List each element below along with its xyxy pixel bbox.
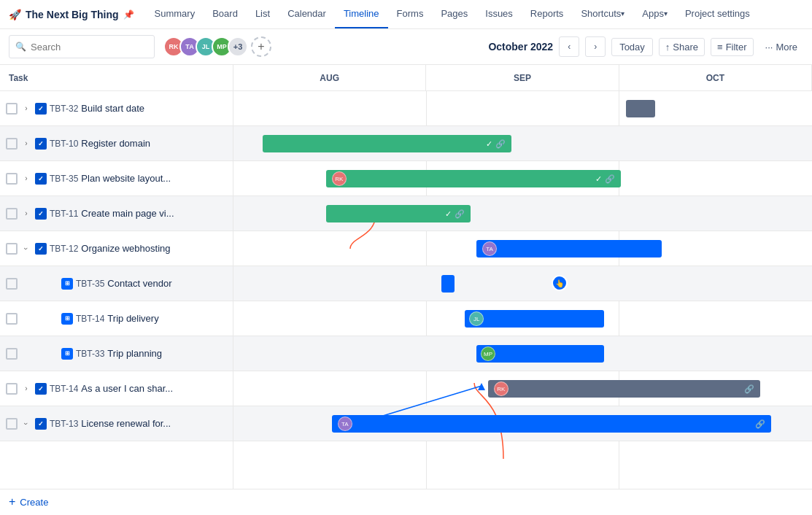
task-name: Register domain [81, 138, 150, 149]
create-row[interactable]: + Create [0, 489, 812, 514]
row-checkbox[interactable] [6, 138, 18, 150]
timeline-header: Task AUG SEP OCT [0, 65, 812, 91]
task-icon-story: ✓ [35, 243, 47, 255]
search-box[interactable]: 🔍 [9, 35, 155, 58]
app-logo[interactable]: 🚀 The Next Big Thing 📌 [9, 9, 134, 20]
today-button[interactable]: Today [611, 38, 653, 56]
avatar-count: +3 [228, 36, 248, 57]
bar-check-icon: ✓ [595, 174, 602, 184]
prev-month-button[interactable]: ‹ [559, 36, 579, 57]
bar-check-icon: ✓ [486, 139, 492, 149]
gantt-bar-share[interactable]: RK 🔗 [488, 380, 760, 398]
expand-button[interactable]: › [20, 418, 32, 430]
assignee-avatars: RK TA JL MP +3 + [163, 36, 271, 57]
gantt-bar-trip-delivery[interactable]: JL [465, 310, 603, 328]
tab-calendar[interactable]: Calendar [279, 0, 335, 28]
tab-board[interactable]: Board [204, 0, 247, 28]
row-checkbox[interactable] [6, 173, 18, 185]
expand-button[interactable]: › [20, 103, 32, 115]
task-id: TBT-32 [50, 104, 78, 114]
tab-reports[interactable]: Reports [522, 0, 573, 28]
task-row: › ✓ TBT-11 Create main page vi... [0, 196, 233, 231]
create-label: Create [20, 497, 48, 508]
task-row: › ✓ TBT-32 Build start date [0, 91, 233, 126]
bar-avatar: RK [332, 171, 347, 186]
timeline-container: Task AUG SEP OCT › ✓ TBT-32 Build start … [0, 65, 812, 514]
expand-button[interactable]: › [20, 138, 32, 150]
tab-apps[interactable]: Apps [633, 0, 676, 28]
gantt-bar-plan-layout[interactable]: RK ✓ 🔗 [326, 170, 621, 187]
bar-avatar: MP [481, 346, 495, 361]
connector-line [376, 386, 482, 418]
toolbar: 🔍 RK TA JL MP +3 + October 2022 ‹ › Toda… [0, 29, 812, 65]
task-icon-story: ✓ [35, 138, 47, 150]
task-name: License renewal for... [81, 418, 171, 429]
gantt-bar-organize-webhosting[interactable]: TA [476, 240, 662, 258]
task-name: Trip planning [107, 348, 162, 359]
arrow-head [478, 383, 485, 390]
task-icon-subtask: ⊞ [61, 313, 73, 325]
gantt-bar-license[interactable]: TA 🔗 [332, 415, 772, 433]
row-checkbox[interactable] [6, 348, 18, 360]
search-input[interactable] [31, 42, 148, 53]
task-id: TBT-35 [76, 279, 104, 289]
task-row: › ✓ TBT-35 Plan website layout... [0, 161, 233, 196]
tab-summary[interactable]: Summary [146, 0, 204, 28]
top-bar: 🚀 The Next Big Thing 📌 Summary Board Lis… [0, 0, 812, 29]
task-rows-container: › ✓ TBT-32 Build start date › ✓ TBT-10 R… [0, 91, 812, 489]
pin-icon: 📌 [123, 9, 134, 20]
date-label: October 2022 [488, 41, 553, 53]
bar-link-icon: 🔗 [455, 209, 465, 219]
next-month-button[interactable]: › [585, 36, 606, 57]
logo-icon: 🚀 [9, 9, 21, 20]
tab-shortcuts[interactable]: Shortcuts [572, 0, 633, 28]
gantt-bar-create-main[interactable]: ✓ 🔗 [326, 205, 471, 222]
tab-forms[interactable]: Forms [388, 0, 433, 28]
gantt-bar-register-domain[interactable]: ✓ 🔗 [263, 135, 511, 152]
task-name: Create main page vi... [81, 208, 174, 219]
gantt-bar-contact-vendor[interactable] [441, 275, 455, 293]
month-aug: AUG [233, 65, 426, 90]
task-id: TBT-10 [50, 139, 78, 149]
row-checkbox[interactable] [6, 418, 18, 430]
expand-button[interactable]: › [20, 173, 32, 185]
task-id: TBT-33 [76, 349, 104, 359]
month-oct: OCT [619, 65, 812, 90]
task-icon-story: ✓ [35, 418, 47, 430]
gantt-bar-trip-planning[interactable]: MP [476, 345, 603, 363]
bar-avatar: TA [482, 241, 497, 256]
task-icon-story: ✓ [35, 103, 47, 115]
more-icon: ··· [765, 42, 773, 53]
row-checkbox[interactable] [6, 208, 18, 220]
row-checkbox[interactable] [6, 313, 18, 325]
tab-pages[interactable]: Pages [432, 0, 476, 28]
gantt-bar[interactable] [626, 100, 655, 117]
filter-button[interactable]: ≡ Filter [711, 38, 753, 56]
bar-link-icon: 🔗 [744, 384, 754, 394]
row-checkbox[interactable] [6, 243, 18, 255]
tab-list[interactable]: List [247, 0, 279, 28]
task-name: Organize webhosting [81, 243, 170, 254]
expand-button[interactable]: › [20, 243, 32, 255]
task-icon-subtask: ⊞ [61, 348, 73, 360]
task-name: Plan website layout... [81, 173, 171, 184]
gantt-area: ✓ 🔗 RK ✓ 🔗 ✓ 🔗 TA 👆 [233, 91, 812, 489]
expand-button[interactable]: › [20, 383, 32, 395]
more-button[interactable]: ··· More [759, 39, 803, 55]
row-checkbox[interactable] [6, 278, 18, 290]
task-row: ⊞ TBT-35 Contact vendor [0, 266, 233, 301]
tab-project-settings[interactable]: Project settings [676, 0, 759, 28]
tab-timeline[interactable]: Timeline [335, 0, 388, 28]
task-name: Contact vendor [107, 278, 171, 289]
task-icon-subtask: ⊞ [61, 278, 73, 290]
tab-issues[interactable]: Issues [476, 0, 522, 28]
toolbar-right: October 2022 ‹ › Today ↑ Share ≡ Filter … [488, 36, 803, 57]
row-checkbox[interactable] [6, 103, 18, 115]
expand-button[interactable]: › [20, 208, 32, 220]
row-checkbox[interactable] [6, 383, 18, 395]
bar-link-icon: 🔗 [605, 174, 615, 184]
add-assignee-button[interactable]: + [251, 36, 271, 57]
task-id: TBT-35 [50, 174, 78, 184]
share-button[interactable]: ↑ Share [659, 38, 705, 56]
months-header: AUG SEP OCT [233, 65, 812, 90]
